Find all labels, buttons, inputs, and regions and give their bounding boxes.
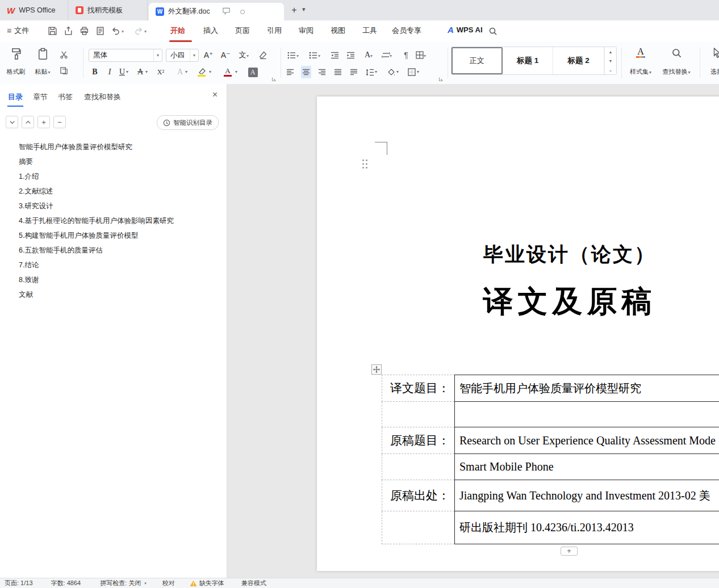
font-size-select[interactable]: 小四 ▾ [166, 49, 199, 62]
text-effect-dropdown[interactable]: ▾ [185, 69, 187, 74]
proofread-button[interactable]: 校对 [162, 579, 175, 587]
toc-item[interactable]: 7.结论 [0, 258, 227, 272]
bullet-list-button[interactable] [285, 48, 298, 62]
style-heading2[interactable]: 标题 2 [553, 47, 604, 74]
search-icon[interactable] [488, 27, 499, 37]
toc-item[interactable]: 2.文献综述 [0, 184, 227, 199]
document-canvas[interactable]: 毕业设计（论文） 译文及原稿 译文题目： 智能手机用户体验质量评价模型研究 [227, 84, 719, 578]
toc-expand-button[interactable] [6, 116, 18, 128]
highlight-dropdown[interactable]: ▾ [209, 69, 211, 74]
copy-button[interactable] [58, 65, 69, 76]
style-set-button[interactable]: A 样式集▾ [626, 45, 655, 78]
doc-title[interactable]: 毕业设计（论文） [317, 241, 719, 268]
clear-format-button[interactable] [257, 48, 269, 62]
highlight-button[interactable] [197, 66, 207, 78]
paste-button[interactable]: 粘贴▾ [31, 45, 55, 78]
tab-docer-templates[interactable]: 找稻壳模板 [69, 0, 148, 20]
add-row-button[interactable]: + [561, 547, 578, 556]
wps-ai-button[interactable]: A WPS AI [448, 25, 483, 35]
borders-dropdown[interactable]: ▾ [417, 69, 419, 74]
shading-dropdown[interactable]: ▾ [396, 69, 399, 74]
line-spacing-button[interactable] [365, 66, 375, 78]
align-left-button[interactable] [285, 66, 295, 78]
table-cell-label[interactable]: 译文题目： [382, 375, 454, 402]
smart-toc-button[interactable]: 智能识别目录 [157, 115, 219, 130]
line-spacing-dropdown[interactable]: ▾ [375, 69, 377, 74]
doc-subtitle[interactable]: 译文及原稿 [317, 282, 719, 322]
paragraph-layout-button[interactable]: ¶ [400, 48, 412, 62]
paragraph-drag-handle[interactable] [362, 159, 368, 171]
sidebar-tab-sections[interactable]: 章节 [33, 92, 48, 102]
superscript-button[interactable]: X² [156, 66, 166, 78]
text-tool-dropdown[interactable]: ▾ [424, 53, 426, 58]
bold-button[interactable]: B [90, 66, 100, 78]
italic-button[interactable]: I [104, 66, 115, 78]
format-painter-button[interactable]: 格式刷 [3, 45, 28, 78]
font-color-dropdown[interactable]: ▾ [235, 69, 237, 74]
text-effect-button[interactable]: A [175, 66, 185, 78]
bullet-list-dropdown[interactable]: ▾ [296, 53, 299, 58]
file-menu-button[interactable]: ≡ 文件 [7, 26, 29, 36]
text-direction-dropdown[interactable]: ▾ [390, 53, 392, 58]
cut-button[interactable] [58, 49, 69, 60]
select-button[interactable]: 选择 [704, 45, 719, 78]
tab-list-button[interactable]: ▾ [302, 6, 306, 13]
toc-item[interactable]: 3.研究设计 [0, 199, 227, 213]
toc-item[interactable]: 1.介绍 [0, 169, 227, 184]
tab-wps-office[interactable]: W WPS Office [0, 0, 68, 20]
menu-tab-insert[interactable]: 插入 [203, 26, 218, 36]
compat-mode-indicator[interactable]: 兼容模式 [241, 579, 266, 587]
menu-tab-tools[interactable]: 工具 [362, 26, 377, 36]
font-name-select[interactable]: 黑体 ▾ [89, 49, 162, 62]
table-move-handle[interactable] [371, 364, 382, 375]
table-cell-value[interactable]: 研出版社期刊 10.4236/ti.2013.42013 [454, 511, 719, 544]
table-cell-value[interactable]: Jiangping Wan Technology and Investment … [454, 480, 719, 511]
distribute-button[interactable] [349, 66, 359, 78]
undo-dropdown[interactable]: ▾ [122, 29, 124, 34]
toc-zoom-out-button[interactable]: − [53, 116, 66, 128]
toc-item[interactable]: 5.构建智能手机用户体验质量评价模型 [0, 228, 227, 243]
style-heading1[interactable]: 标题 1 [503, 47, 554, 74]
asian-layout-dropdown[interactable]: ▾ [370, 53, 373, 58]
menu-tab-references[interactable]: 引用 [267, 26, 282, 36]
table-cell-value[interactable]: Research on User Experience Quality Asse… [454, 427, 719, 454]
table-cell-label[interactable] [382, 402, 454, 427]
find-replace-button[interactable]: 查找替换▾ [659, 45, 694, 78]
menu-tab-member[interactable]: 会员专享 [392, 26, 421, 36]
shading-fill-button[interactable] [386, 66, 396, 78]
page-indicator[interactable]: 页面: 1/13 [5, 579, 33, 587]
toc-item[interactable]: 4.基于扎根理论的智能手机用户体验影响因素研究 [0, 213, 227, 228]
table-cell-label[interactable]: 原稿题目： [382, 427, 454, 454]
missing-font-warning[interactable]: 缺失字体 [190, 579, 224, 587]
export-pdf-button[interactable] [64, 26, 74, 36]
phonetic-dropdown[interactable]: ▾ [246, 53, 249, 58]
toc-item[interactable]: 8.致谢 [0, 272, 227, 287]
comment-bubble-icon[interactable] [222, 7, 231, 17]
table-cell-value[interactable] [454, 402, 719, 427]
print-preview-button[interactable] [95, 26, 106, 36]
toc-zoom-in-button[interactable]: + [37, 116, 50, 128]
menu-tab-view[interactable]: 视图 [331, 26, 345, 36]
menu-tab-page[interactable]: 页面 [235, 26, 250, 36]
table-cell-label[interactable]: 原稿出处： [382, 480, 454, 511]
style-normal[interactable]: 正文 [452, 47, 503, 74]
justify-button[interactable] [333, 66, 343, 78]
paragraph-dialog-launcher[interactable] [438, 74, 444, 79]
spellcheck-toggle[interactable]: 拼写检查: 关闭 ▾ [100, 579, 147, 587]
strikethrough-button[interactable]: A [135, 66, 145, 78]
document-page[interactable]: 毕业设计（论文） 译文及原稿 译文题目： 智能手机用户体验质量评价模型研究 [317, 96, 719, 571]
gallery-more-button[interactable]: ⌄ [609, 68, 613, 73]
underline-dropdown[interactable]: ▾ [126, 69, 128, 74]
table-cell-value[interactable]: 智能手机用户体验质量评价模型研究 [454, 375, 719, 402]
numbered-list-dropdown[interactable]: ▾ [318, 53, 320, 58]
toc-item[interactable]: 6.五款智能手机的质量评估 [0, 243, 227, 258]
char-shading-button[interactable]: A [248, 66, 258, 78]
gallery-down-button[interactable]: ▾ [609, 58, 612, 64]
sidebar-close-button[interactable]: × [212, 90, 218, 100]
redo-dropdown[interactable]: ▾ [144, 29, 147, 34]
font-dialog-launcher[interactable] [271, 74, 277, 79]
table-cell-label[interactable] [382, 511, 454, 544]
word-count[interactable]: 字数: 4864 [51, 579, 81, 587]
increase-indent-button[interactable] [344, 48, 357, 62]
save-button[interactable] [48, 26, 58, 36]
